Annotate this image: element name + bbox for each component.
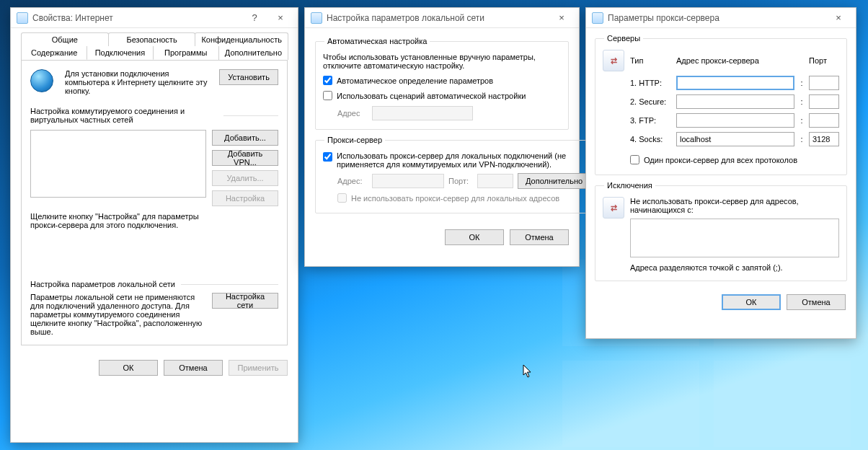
install-button[interactable]: Установить [219, 69, 278, 85]
row-label: 3. FTP: [630, 116, 672, 125]
close-icon[interactable]: × [825, 11, 851, 25]
same-proxy-checkbox-label[interactable]: Один прокси-сервер для всех протоколов [630, 155, 797, 164]
titlebar[interactable]: Настройка параметров локальной сети × [305, 8, 579, 28]
auto-config-group: Автоматическая настройка Чтобы использов… [315, 37, 569, 130]
bypass-local-checkbox [337, 193, 347, 203]
auto-detect-checkbox[interactable] [323, 76, 332, 85]
lan-settings-button[interactable]: Настройка сети [212, 293, 278, 309]
servers-icon: ⇄ [603, 50, 624, 71]
internet-properties-window: Свойства: Интернет ? × Общие Безопасност… [10, 7, 298, 443]
auto-text: Чтобы использовать установленные вручную… [323, 53, 561, 70]
use-script-checkbox-label[interactable]: Использовать сценарий автоматической нас… [323, 91, 526, 100]
tab-privacy[interactable]: Конфиденциальность [195, 32, 288, 46]
install-text: Для установки подключения компьютера к И… [65, 69, 213, 95]
use-proxy-checkbox-label[interactable]: Использовать прокси-сервер для локальных… [323, 151, 590, 169]
tab-body: Для установки подключения компьютера к И… [21, 60, 288, 345]
hdr-addr: Адрес прокси-сервера [676, 56, 794, 65]
exceptions-hint: Адреса разделяются точкой с запятой (;). [630, 263, 839, 272]
add-button[interactable]: Добавить... [212, 130, 278, 146]
hdr-port: Порт [809, 56, 839, 65]
proxy-port-input [477, 174, 513, 188]
http-addr-input[interactable] [676, 76, 794, 90]
row-label: 2. Secure: [630, 97, 672, 106]
cancel-button[interactable]: Отмена [164, 360, 223, 376]
titlebar[interactable]: Параметры прокси-сервера × [586, 8, 856, 28]
script-addr-label: Адрес [337, 109, 368, 118]
same-proxy-checkbox[interactable] [630, 155, 639, 164]
group-label: Серверы [604, 34, 643, 43]
tab-programs[interactable]: Программы [153, 46, 219, 60]
bypass-local-checkbox-label[interactable]: Не использовать прокси-сервер для локаль… [323, 193, 559, 203]
ok-button[interactable]: ОК [722, 294, 781, 310]
use-script-checkbox[interactable] [323, 91, 332, 100]
group-label: Прокси-сервер [324, 136, 385, 144]
settings-button: Настройка [212, 190, 278, 206]
dial-heading: Настройка коммутируемого соединения и ви… [30, 107, 218, 124]
proxy-servers-window: Параметры прокси-сервера × Серверы ⇄ Тип… [585, 7, 856, 339]
checkbox-text: Автоматическое определение параметров [337, 76, 493, 85]
socks-port-input[interactable] [809, 132, 839, 146]
servers-group: Серверы ⇄ Тип Адрес прокси-сервера Порт … [595, 34, 847, 175]
window-title: Настройка параметров локальной сети [327, 13, 484, 23]
ok-button[interactable]: ОК [445, 229, 504, 245]
tab-content[interactable]: Содержание [21, 46, 87, 60]
group-label: Автоматическая настройка [324, 37, 430, 45]
remove-button: Удалить... [212, 170, 278, 186]
checkbox-text: Использовать сценарий автоматической нас… [337, 92, 526, 100]
lan-settings-window: Настройка параметров локальной сети × Ав… [304, 7, 580, 267]
window-title: Параметры прокси-сервера [608, 13, 719, 23]
proxy-port-label: Порт: [448, 177, 473, 185]
row-label: 1. HTTP: [630, 79, 672, 87]
checkbox-text: Использовать прокси-сервер для локальных… [337, 151, 590, 169]
tab-advanced[interactable]: Дополнительно [218, 46, 288, 60]
row-label: 4. Socks: [630, 135, 672, 144]
window-icon [592, 12, 603, 24]
socks-addr-input[interactable] [676, 132, 794, 146]
proxy-group: Прокси-сервер Использовать прокси-сервер… [315, 136, 598, 213]
auto-detect-checkbox-label[interactable]: Автоматическое определение параметров [323, 76, 493, 85]
hdr-type: Тип [630, 56, 672, 65]
cancel-button[interactable]: Отмена [510, 229, 569, 245]
exceptions-icon: ⇄ [603, 197, 624, 219]
checkbox-text: Один прокси-сервер для всех протоколов [644, 156, 797, 164]
secure-port-input[interactable] [809, 94, 839, 109]
window-icon [311, 12, 322, 24]
ftp-addr-input[interactable] [676, 113, 794, 128]
titlebar[interactable]: Свойства: Интернет ? × [11, 8, 298, 28]
tab-connections[interactable]: Подключения [87, 46, 153, 60]
cancel-button[interactable]: Отмена [787, 294, 846, 310]
globe-icon [30, 69, 53, 92]
checkbox-text: Не использовать прокси-сервер для локаль… [351, 194, 559, 203]
window-icon [17, 12, 28, 24]
add-vpn-button[interactable]: Добавить VPN... [212, 150, 278, 166]
lan-heading: Настройка параметров локальной сети [30, 280, 175, 288]
help-button[interactable]: ? [242, 11, 267, 25]
exceptions-group: Исключения ⇄ Не использовать прокси-серв… [595, 181, 847, 281]
settings-text: Щелкните кнопку "Настройка" для параметр… [30, 212, 218, 229]
use-proxy-checkbox[interactable] [323, 152, 332, 162]
tab-general[interactable]: Общие [21, 32, 109, 46]
tab-security[interactable]: Безопасность [108, 32, 196, 46]
cursor-icon [523, 364, 533, 379]
window-title: Свойства: Интернет [32, 13, 113, 23]
http-port-input[interactable] [809, 76, 839, 90]
proxy-addr-label: Адрес: [337, 177, 368, 185]
close-icon[interactable]: × [549, 11, 575, 25]
secure-addr-input[interactable] [676, 94, 794, 109]
apply-button: Применить [229, 360, 288, 376]
script-addr-input [372, 106, 473, 120]
connections-list[interactable] [30, 130, 206, 198]
proxy-addr-input [372, 174, 444, 188]
group-label: Исключения [604, 181, 655, 190]
close-icon[interactable]: × [267, 11, 293, 25]
exceptions-text: Не использовать прокси-сервер для адресо… [630, 197, 839, 214]
lan-text: Параметры локальной сети не применяются … [30, 293, 206, 336]
exceptions-input[interactable] [630, 219, 839, 257]
ftp-port-input[interactable] [809, 113, 839, 128]
ok-button[interactable]: ОК [99, 360, 158, 376]
advanced-button[interactable]: Дополнительно [518, 173, 590, 189]
